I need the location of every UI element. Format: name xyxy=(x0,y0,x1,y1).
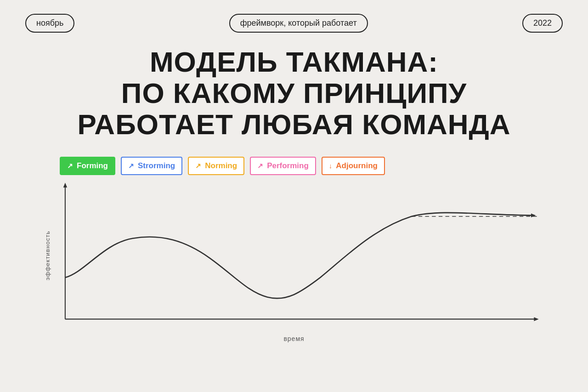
header: ноябрь фреймворк, который работает 2022 xyxy=(0,0,588,33)
stage-legend: ↗ Forming ↗ Strorming ↗ Norming ↗ Perfor… xyxy=(0,157,588,175)
chart-svg xyxy=(46,180,551,331)
title-section: МОДЕЛЬ ТАКМАНА: ПО КАКОМУ ПРИНЦИПУ РАБОТ… xyxy=(0,46,588,141)
adjourning-arrow-icon: ↓ xyxy=(329,162,333,170)
header-center-pill: фреймворк, который работает xyxy=(229,14,368,33)
norming-arrow-icon: ↗ xyxy=(195,162,201,170)
chart-container: эффективность xyxy=(46,180,551,331)
adjourning-label: Adjourning xyxy=(336,161,378,170)
storming-arrow-icon: ↗ xyxy=(128,162,134,170)
badge-adjourning: ↓ Adjourning xyxy=(322,157,385,175)
svg-marker-5 xyxy=(531,213,536,217)
header-left-pill: ноябрь xyxy=(25,14,74,33)
performing-label: Performing xyxy=(267,161,309,170)
forming-label: Forming xyxy=(77,161,108,170)
norming-label: Norming xyxy=(205,161,237,170)
badge-storming: ↗ Strorming xyxy=(121,157,182,175)
svg-marker-1 xyxy=(63,182,67,187)
y-axis-label: эффективность xyxy=(44,231,51,280)
storming-label: Strorming xyxy=(138,161,175,170)
badge-forming: ↗ Forming xyxy=(60,157,115,175)
forming-arrow-icon: ↗ xyxy=(67,162,73,170)
performing-arrow-icon: ↗ xyxy=(257,162,263,170)
svg-marker-3 xyxy=(534,317,538,321)
header-right-pill: 2022 xyxy=(522,14,563,33)
badge-performing: ↗ Performing xyxy=(250,157,316,175)
badge-norming: ↗ Norming xyxy=(188,157,244,175)
x-axis-label: время xyxy=(0,335,588,342)
main-title: МОДЕЛЬ ТАКМАНА: ПО КАКОМУ ПРИНЦИПУ РАБОТ… xyxy=(37,46,551,141)
chart-svg-wrapper xyxy=(46,180,551,331)
